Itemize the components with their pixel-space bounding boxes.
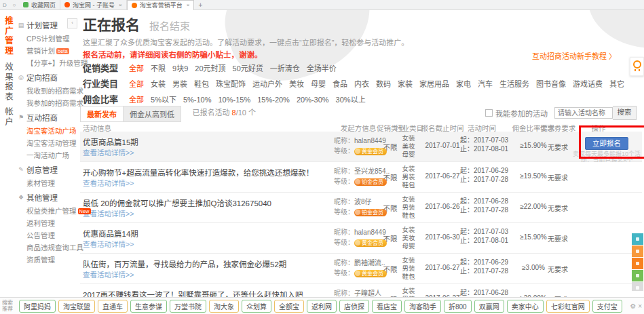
- filter-option[interactable]: 全部: [129, 64, 144, 73]
- search-button[interactable]: 搜索: [613, 106, 637, 120]
- tutorial-link[interactable]: 互动招商活动新手教程 〉: [532, 50, 616, 61]
- eligible-checkbox-label[interactable]: 我能参加的活动: [495, 108, 548, 119]
- filter-option[interactable]: 20元封顶: [195, 64, 225, 73]
- filter-option[interactable]: 运动户外: [252, 80, 282, 88]
- activity-detail-link[interactable]: 查看活动详情>>: [83, 147, 134, 157]
- filter-option[interactable]: 美妆: [289, 80, 304, 88]
- filter-option[interactable]: 图书音像: [536, 80, 566, 88]
- sidebar-item[interactable]: 公告管理: [17, 229, 79, 241]
- close-tab-icon[interactable]: ×: [187, 2, 190, 8]
- filter-option[interactable]: 游戏话费: [573, 80, 603, 88]
- sidebar-tab-account[interactable]: 帐户: [2, 107, 14, 127]
- filter-option[interactable]: 汽车: [478, 80, 493, 88]
- nav-group-label[interactable]: ⚑互动招商: [17, 112, 79, 123]
- filter-option[interactable]: 母婴: [311, 80, 326, 88]
- filter-option[interactable]: 全部: [129, 96, 144, 104]
- quick-link[interactable]: 七彩虹官网: [546, 300, 590, 313]
- new-tab-button[interactable]: +: [198, 1, 202, 9]
- sidebar-item[interactable]: 【分享+】升级管理: [17, 56, 79, 68]
- filter-option[interactable]: 女装: [151, 80, 166, 88]
- filter-option[interactable]: 其它: [609, 80, 624, 88]
- sidebar-item[interactable]: 淘宝客活动广场: [17, 124, 79, 136]
- filter-option[interactable]: 50元好货: [233, 64, 263, 73]
- gear-icon[interactable]: ⚙: [630, 302, 636, 310]
- filter-option[interactable]: 男装: [172, 80, 187, 88]
- sidebar-item[interactable]: 营销计划beta: [17, 44, 79, 56]
- filter-option[interactable]: 家居用品: [419, 80, 449, 88]
- filter-option[interactable]: 10%-15%: [219, 96, 251, 104]
- browser-tab-2[interactable]: 淘宝网 - 子账号 ×: [60, 0, 127, 9]
- browser-menu-icon[interactable]: D: [0, 2, 10, 8]
- tab-commission-desc[interactable]: 佣金从高到低: [124, 106, 181, 122]
- sidebar-tab-reports[interactable]: 效果报表: [2, 62, 14, 102]
- nav-group-label[interactable]: ◎定向招商: [17, 72, 79, 83]
- anti-fraud-tip-widget[interactable]: [630, 57, 644, 76]
- floating-widget-survey[interactable]: [632, 233, 643, 245]
- close-bar-icon[interactable]: ×: [638, 302, 642, 310]
- quick-link[interactable]: 众划算: [242, 300, 271, 313]
- sidebar-item[interactable]: 权益类推广管理New: [17, 204, 79, 216]
- floating-widget-feedback[interactable]: [632, 246, 643, 257]
- filter-option[interactable]: 15%-20%: [257, 96, 290, 104]
- sidebar-item[interactable]: 我收到的招商需求: [17, 84, 79, 96]
- quick-link[interactable]: 全额宝: [274, 300, 304, 313]
- sidebar-tab-promotion-mgmt[interactable]: 推广管理: [2, 16, 14, 56]
- filter-option[interactable]: 全场半价: [307, 64, 337, 73]
- quick-link[interactable]: 淘宝联盟: [58, 300, 95, 313]
- activity-detail-link[interactable]: 查看活动详情>>: [83, 269, 134, 279]
- sidebar-item[interactable]: 淘宝客活动管理: [17, 136, 79, 149]
- nav-group-label[interactable]: ❖其他管理: [17, 192, 79, 203]
- filter-option[interactable]: 5%-10%: [183, 96, 212, 104]
- filter-option[interactable]: 9块9: [172, 64, 188, 73]
- quick-link[interactable]: 支付宝: [592, 300, 622, 313]
- quick-link[interactable]: 淘大象: [209, 300, 239, 313]
- sidebar-item[interactable]: 商品违规查询工具: [17, 241, 79, 253]
- quick-link[interactable]: 淘客助手: [404, 300, 441, 313]
- quick-link[interactable]: 看店宝: [372, 300, 402, 313]
- floating-widget-wangwang[interactable]: [632, 270, 643, 281]
- filter-option[interactable]: 珠宝配饰: [216, 80, 246, 88]
- filter-option[interactable]: 食品: [333, 80, 347, 88]
- sidebar-item[interactable]: 素材管理: [17, 176, 79, 189]
- quick-link[interactable]: 双赢网: [474, 300, 504, 313]
- filter-option[interactable]: 家电: [456, 80, 471, 88]
- page-title-secondary[interactable]: 报名结束: [149, 20, 190, 32]
- quick-link[interactable]: 返利网: [307, 300, 337, 313]
- sidebar-item[interactable]: 资质管理: [17, 253, 79, 265]
- filter-option[interactable]: 全部: [129, 80, 144, 88]
- nav-group-label[interactable]: ✎创意管理: [17, 164, 79, 175]
- home-icon[interactable]: ○: [10, 2, 19, 8]
- filter-option[interactable]: 不限: [151, 64, 166, 73]
- filter-option[interactable]: 20%-30%: [297, 96, 329, 104]
- filter-option[interactable]: 5%以下: [151, 96, 176, 104]
- filter-option[interactable]: 内衣: [354, 80, 369, 88]
- filter-option[interactable]: 30%以上: [336, 96, 366, 104]
- quick-link[interactable]: 折800: [444, 300, 472, 313]
- filter-option[interactable]: 一折清仓: [270, 64, 300, 73]
- browser-tab-1[interactable]: 收藏网页: [19, 0, 60, 9]
- filter-option[interactable]: 数码: [376, 80, 391, 88]
- filter-option[interactable]: 家装: [398, 80, 413, 88]
- sidebar-item[interactable]: 一淘活动广场: [17, 149, 79, 161]
- filter-option[interactable]: 生活服务: [499, 80, 529, 88]
- quick-link[interactable]: 生意参谋: [130, 300, 167, 313]
- floating-widget-service[interactable]: [632, 258, 643, 269]
- quick-link[interactable]: 万堂书院: [170, 300, 206, 313]
- eligible-checkbox[interactable]: [485, 109, 493, 117]
- activity-detail-link[interactable]: 查看活动详情>>: [83, 239, 134, 249]
- sidebar-item[interactable]: 我参加的招商需求: [17, 96, 79, 109]
- floating-widget-top[interactable]: [632, 282, 643, 291]
- sidebar-item[interactable]: CPS计划管理: [17, 32, 79, 44]
- collapse-nav-button[interactable]: ‹: [67, 18, 77, 28]
- browser-tab-3-active[interactable]: 淘宝客营销平台 ×: [127, 0, 195, 10]
- filter-option[interactable]: 鞋包: [194, 80, 209, 88]
- tab-latest[interactable]: 最新发布: [80, 106, 124, 122]
- quick-link[interactable]: 卖家中心: [507, 300, 544, 313]
- activity-detail-link[interactable]: 查看活动详情>>: [83, 178, 134, 188]
- quick-link[interactable]: 直通车: [98, 300, 128, 313]
- quick-link[interactable]: 阿里妈妈: [19, 300, 56, 313]
- search-input[interactable]: [554, 107, 613, 119]
- close-tab-icon[interactable]: ×: [119, 2, 122, 8]
- quick-link[interactable]: 店侦探: [339, 300, 369, 313]
- sidebar-item[interactable]: 返利管理: [17, 216, 79, 229]
